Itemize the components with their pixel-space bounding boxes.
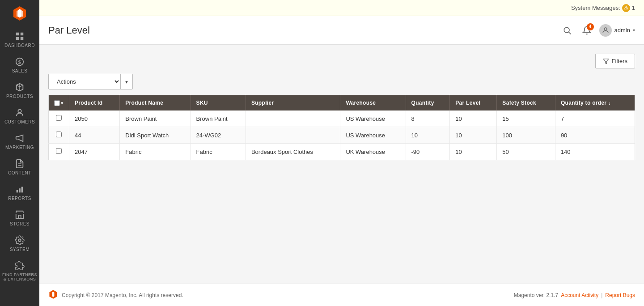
- td-quantity-1: 8: [406, 110, 450, 127]
- row-checkbox-1[interactable]: [56, 115, 62, 121]
- td-sku-3: Fabric: [191, 144, 246, 160]
- sidebar-item-dashboard-label: Dashboard: [4, 43, 35, 48]
- user-menu-button[interactable]: admin ▾: [599, 24, 635, 37]
- person-icon: [15, 108, 25, 118]
- search-button[interactable]: [560, 23, 574, 38]
- sidebar-item-marketing[interactable]: Marketing: [0, 129, 39, 154]
- svg-text:$: $: [18, 60, 21, 65]
- svg-rect-3: [21, 37, 23, 40]
- td-product-id-3: 2047: [69, 144, 120, 160]
- td-par-level-2: 10: [450, 127, 497, 144]
- sidebar-item-stores-label: Stores: [10, 221, 30, 226]
- td-safety-stock-3: 50: [497, 144, 555, 160]
- sidebar-item-find-partners[interactable]: Find Partners & Extensions: [0, 256, 39, 286]
- th-product-name: Product Name: [120, 95, 191, 111]
- safety-stock-2: 100: [502, 132, 512, 139]
- quantity-2: 10: [411, 132, 418, 139]
- actions-select[interactable]: Actions Export: [49, 74, 120, 89]
- search-icon: [563, 26, 572, 35]
- td-supplier-1: [246, 110, 340, 127]
- svg-rect-0: [16, 33, 19, 35]
- svg-point-15: [604, 28, 607, 30]
- sidebar-item-sales-label: Sales: [12, 68, 28, 73]
- td-supplier-2: [246, 127, 340, 144]
- sidebar-item-products[interactable]: Products: [0, 78, 39, 103]
- warehouse-1: US Warehouse: [346, 115, 385, 122]
- sidebar-item-sales[interactable]: $ Sales: [0, 52, 39, 78]
- svg-rect-9: [17, 190, 18, 193]
- sidebar-item-marketing-label: Marketing: [5, 145, 34, 150]
- sidebar-item-content[interactable]: Content: [0, 154, 39, 180]
- warehouse-3: UK Warehouse: [346, 149, 385, 155]
- sidebar-item-dashboard[interactable]: Dashboard: [0, 27, 39, 52]
- svg-point-12: [18, 239, 21, 242]
- topbar: Par Level 4 admin ▾: [39, 16, 644, 45]
- checkbox-dropdown-arrow[interactable]: ▾: [61, 101, 63, 106]
- sidebar-item-customers-label: Customers: [4, 119, 35, 124]
- select-all-checkbox[interactable]: [54, 100, 60, 106]
- report-bugs-link[interactable]: Report Bugs: [605, 292, 635, 298]
- svg-marker-16: [603, 59, 609, 64]
- product-name-2: Didi Sport Watch: [125, 132, 169, 139]
- th-quantity-to-order[interactable]: Quantity to order↓: [555, 95, 635, 111]
- footer-separator: |: [601, 292, 602, 298]
- user-icon: [602, 26, 610, 34]
- svg-point-13: [564, 27, 569, 33]
- chart-icon: [15, 184, 25, 194]
- td-par-level-1: 10: [450, 110, 497, 127]
- footer: Copyright © 2017 Magento, Inc. All right…: [39, 284, 644, 306]
- account-activity-link[interactable]: Account Activity: [561, 292, 598, 298]
- product-id-1: 2050: [75, 115, 88, 122]
- sidebar-item-system-label: System: [10, 247, 30, 252]
- td-warehouse-1: US Warehouse: [340, 110, 406, 127]
- toolbar: Filters: [48, 54, 635, 68]
- td-quantity-3: -90: [406, 144, 450, 160]
- quantity-3: -90: [411, 149, 420, 155]
- avatar: [599, 24, 612, 37]
- product-name-3: Fabric: [125, 149, 141, 155]
- filters-button[interactable]: Filters: [595, 54, 635, 68]
- sidebar-item-stores[interactable]: Stores: [0, 205, 39, 231]
- actions-dropdown[interactable]: Actions Export: [48, 74, 133, 89]
- sidebar-item-reports-label: Reports: [8, 196, 31, 201]
- footer-left: Copyright © 2017 Magento, Inc. All right…: [48, 289, 183, 301]
- row-checkbox-3[interactable]: [56, 148, 62, 154]
- th-warehouse: Warehouse: [340, 95, 406, 111]
- grid-icon: [15, 31, 25, 41]
- quantity-to-order-1: 7: [561, 115, 564, 122]
- footer-logo: [48, 289, 58, 301]
- sidebar-item-system[interactable]: System: [0, 231, 39, 256]
- sidebar-item-content-label: Content: [8, 170, 31, 175]
- notifications-button[interactable]: 4: [580, 23, 594, 38]
- svg-rect-10: [19, 188, 21, 192]
- td-checkbox-1: [49, 110, 69, 127]
- th-product-name-label: Product Name: [125, 100, 163, 106]
- system-messages-label: System Messages:: [571, 4, 620, 11]
- par-level-2: 10: [455, 132, 462, 139]
- product-id-2: 44: [75, 132, 81, 139]
- td-par-level-3: 10: [450, 144, 497, 160]
- warning-icon: ⚠: [622, 4, 630, 12]
- footer-magento-icon: [48, 289, 58, 299]
- th-safety-stock-label: Safety Stock: [502, 100, 536, 106]
- quantity-1: 8: [411, 115, 415, 122]
- product-id-3: 2047: [75, 149, 88, 155]
- sidebar-item-reports[interactable]: Reports: [0, 180, 39, 205]
- magento-logo-icon: [12, 5, 28, 21]
- safety-stock-3: 50: [502, 149, 508, 155]
- puzzle-icon: [15, 261, 25, 271]
- td-product-id-1: 2050: [69, 110, 120, 127]
- sidebar-item-customers[interactable]: Customers: [0, 103, 39, 129]
- td-supplier-3: Bordeaux Sport Clothes: [246, 144, 340, 160]
- th-quantity-to-order-label: Quantity to order: [561, 100, 606, 106]
- data-table: ▾ Product Id Product Name SKU Supplier W…: [48, 95, 635, 160]
- th-safety-stock: Safety Stock: [497, 95, 555, 111]
- td-checkbox-2: [49, 127, 69, 144]
- notification-badge: 4: [587, 23, 594, 30]
- system-messages-count: 1: [632, 4, 635, 11]
- th-quantity-label: Quantity: [411, 100, 434, 106]
- table-row: 44 Didi Sport Watch 24-WG02 US Warehouse…: [49, 127, 635, 144]
- td-product-name-2: Didi Sport Watch: [120, 127, 191, 144]
- row-checkbox-2[interactable]: [56, 132, 62, 137]
- actions-dropdown-arrow[interactable]: [120, 74, 132, 89]
